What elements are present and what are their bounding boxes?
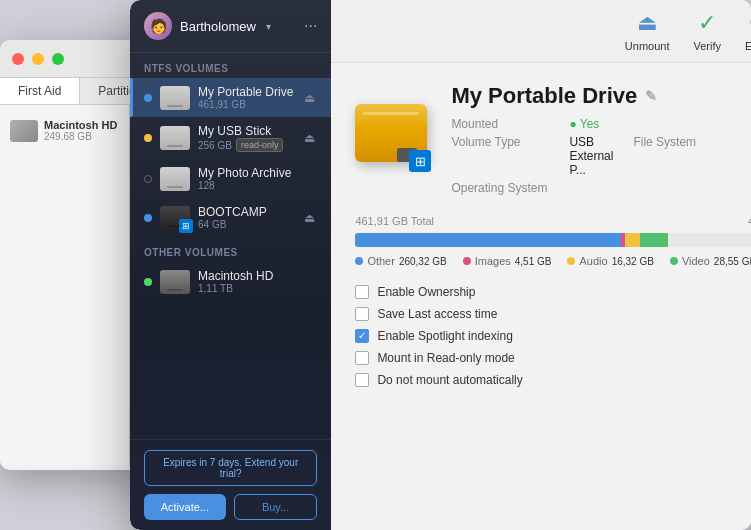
user-info[interactable]: 🧑 Bartholomew ▾ [144, 12, 271, 40]
vol-name-bootcamp: BOOTCAMP [198, 205, 293, 219]
vol-size-mac: 1,11 TB [198, 283, 317, 294]
unmount-button[interactable]: ⏏ Unmount [625, 10, 670, 52]
eject-usb-button[interactable]: ⏏ [301, 130, 317, 146]
maximize-button[interactable] [52, 53, 64, 65]
meta-path: /Volumes/My... [633, 117, 751, 131]
volume-item-macintosh-hd[interactable]: Macintosh HD 1,11 TB [130, 262, 331, 301]
tab-first-aid[interactable]: First Aid [0, 78, 80, 104]
user-name: Bartholomew [180, 19, 256, 34]
dot-photo-archive [144, 175, 152, 183]
vol-name-mac: Macintosh HD [198, 269, 317, 283]
volume-item-bootcamp[interactable]: BOOTCAMP 64 GB ⏏ [130, 198, 331, 237]
meta-file-sys: File System Windows NT File... [633, 135, 751, 177]
cb-box-access[interactable] [355, 307, 369, 321]
disk-icon-mac [160, 270, 190, 294]
legend-name-other: Other [367, 255, 395, 267]
unmount-icon: ⏏ [637, 10, 658, 36]
disk-icon-usb [160, 126, 190, 150]
bar-audio [625, 233, 639, 247]
vol-info-bootcamp: BOOTCAMP 64 GB [198, 205, 293, 230]
checkmark-icon: ✓ [358, 331, 366, 341]
cb-box-readonly[interactable] [355, 351, 369, 365]
volume-item-usb-stick[interactable]: My USB Stick 256 GB read-only ⏏ [130, 117, 331, 159]
avatar: 🧑 [144, 12, 172, 40]
bg-sidebar-mac[interactable]: Macintosh HD 249.68 GB [0, 113, 129, 148]
section-ntfs-label: NTFS Volumes [130, 53, 331, 78]
mac-disk-icon [10, 120, 38, 142]
meta-os: Operating System [451, 181, 613, 195]
erase-button[interactable]: ✏ Erase [745, 10, 751, 52]
eject-bootcamp-button[interactable]: ⏏ [301, 210, 317, 226]
legend-dot-audio [567, 257, 575, 265]
cb-box-spotlight[interactable]: ✓ [355, 329, 369, 343]
vol-info-usb: My USB Stick 256 GB read-only [198, 124, 293, 152]
unmount-label: Unmount [625, 40, 670, 52]
meta-val-vol-type: USB External P... [569, 135, 613, 177]
eject-portable-button[interactable]: ⏏ [301, 90, 317, 106]
volume-item-photo-archive[interactable]: My Photo Archive 128 ⏏ [130, 159, 331, 198]
close-button[interactable] [12, 53, 24, 65]
left-panel: 🧑 Bartholomew ▾ ··· NTFS Volumes My Port… [130, 0, 331, 530]
verify-icon: ✓ [698, 10, 716, 36]
edit-title-icon[interactable]: ✎ [645, 88, 657, 104]
dot-portable-drive [144, 94, 152, 102]
meta-val-mounted: ● Yes [569, 117, 599, 131]
drive-header: ⊞ My Portable Drive ✎ Mounted ● Yes [355, 83, 751, 195]
vol-name-portable: My Portable Drive [198, 85, 293, 99]
trial-banner[interactable]: Expires in 7 days. Extend your trial? [144, 450, 317, 486]
legend-size-other: 260,32 GB [399, 256, 447, 267]
verify-button[interactable]: ✓ Verify [693, 10, 721, 52]
mac-size: 249.68 GB [44, 131, 117, 142]
storage-bar [355, 233, 751, 247]
buy-button[interactable]: Buy... [234, 494, 318, 520]
checkboxes: Enable Ownership Save Last access time ✓… [355, 281, 751, 391]
vol-size-portable: 461,91 GB [198, 99, 293, 110]
activate-button[interactable]: Activate... [144, 494, 226, 520]
legend-dot-other [355, 257, 363, 265]
right-content: ⊞ My Portable Drive ✎ Mounted ● Yes [331, 63, 751, 530]
bg-sidebar: Macintosh HD 249.68 GB [0, 105, 130, 465]
dot-macintosh-hd [144, 278, 152, 286]
legend-other: Other 260,32 GB [355, 255, 446, 267]
drive-big-icon: ⊞ [355, 104, 435, 174]
vol-name-photo: My Photo Archive [198, 166, 293, 180]
main-paragon-window: 🧑 Bartholomew ▾ ··· NTFS Volumes My Port… [130, 0, 751, 530]
meta-mounted: Mounted ● Yes [451, 117, 613, 131]
bar-free [668, 233, 751, 247]
cb-box-ownership[interactable] [355, 285, 369, 299]
windows-overlay-icon: ⊞ [409, 150, 431, 172]
cb-label-automount: Do not mount automatically [377, 373, 522, 387]
bar-video [640, 233, 668, 247]
meta-key-mounted: Mounted [451, 117, 561, 131]
storage-total: 461,91 GB Total [355, 215, 434, 227]
cb-box-automount[interactable] [355, 373, 369, 387]
erase-label: Erase [745, 40, 751, 52]
vol-size-bootcamp: 64 GB [198, 219, 293, 230]
minimize-button[interactable] [32, 53, 44, 65]
legend-video: Video 28,55 GB [670, 255, 751, 267]
vol-info-portable: My Portable Drive 461,91 GB [198, 85, 293, 110]
drive-title-area: My Portable Drive ✎ Mounted ● Yes /Vol [451, 83, 751, 195]
verify-label: Verify [693, 40, 721, 52]
volume-item-portable-drive[interactable]: My Portable Drive 461,91 GB ⏏ [130, 78, 331, 117]
legend-audio: Audio 16,32 GB [567, 255, 653, 267]
cb-save-access[interactable]: Save Last access time [355, 303, 751, 325]
meta-key-vol-type: Volume Type [451, 135, 561, 177]
left-header: 🧑 Bartholomew ▾ ··· [130, 0, 331, 53]
vol-size-photo: 128 [198, 180, 293, 191]
meta-key-path [633, 117, 743, 131]
cb-no-automount[interactable]: Do not mount automatically [355, 369, 751, 391]
cb-label-spotlight: Enable Spotlight indexing [377, 329, 512, 343]
storage-legend: Other 260,32 GB Images 4,51 GB Audio 16,… [355, 255, 751, 267]
vol-size-usb: 256 GB [198, 140, 232, 151]
more-options-button[interactable]: ··· [304, 17, 317, 35]
cb-readonly[interactable]: Mount in Read-only mode [355, 347, 751, 369]
cb-spotlight[interactable]: ✓ Enable Spotlight indexing [355, 325, 751, 347]
drive-meta: Mounted ● Yes /Volumes/My... Volume Type… [451, 117, 751, 195]
cb-label-access: Save Last access time [377, 307, 497, 321]
avatar-image: 🧑 [144, 12, 172, 40]
right-panel: ⏏ Unmount ✓ Verify ✏ Erase ✈ Startup [331, 0, 751, 530]
cb-enable-ownership[interactable]: Enable Ownership [355, 281, 751, 303]
legend-dot-video [670, 257, 678, 265]
disk-icon-portable [160, 86, 190, 110]
